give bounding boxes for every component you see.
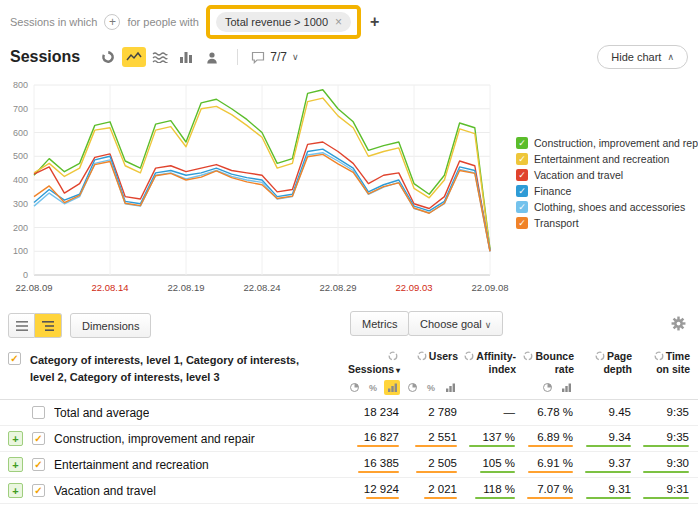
bar-chart-icon[interactable]: [174, 47, 198, 67]
column-header-label[interactable]: Page depth: [580, 350, 632, 376]
legend-label: Entertainment and recreation: [534, 153, 669, 165]
add-user-condition-button[interactable]: +: [370, 13, 379, 31]
percent-mini-icon[interactable]: %: [423, 380, 439, 395]
metric-value-cell: 2 505: [406, 457, 464, 473]
row-checkbox[interactable]: [32, 484, 45, 497]
dimensions-button[interactable]: Dimensions: [70, 313, 151, 338]
metric-value: 105 %: [482, 457, 515, 470]
legend-label: Transport: [534, 217, 579, 229]
column-header-label[interactable]: Sessions▾: [348, 350, 400, 376]
table-row[interactable]: Total and average18 2342 789—6.78 %9.459…: [0, 400, 698, 426]
legend-item[interactable]: Vacation and travel: [516, 169, 698, 181]
chart-header: Sessions 7/7 ∨: [0, 41, 698, 73]
list-view-icon[interactable]: [8, 313, 35, 338]
comment-bubble-icon: [251, 51, 265, 64]
pie-mini-icon[interactable]: [346, 380, 362, 395]
legend-item[interactable]: Finance: [516, 185, 698, 197]
metric-value: —: [504, 406, 516, 419]
hide-chart-button[interactable]: Hide chart ∧: [597, 45, 688, 69]
value-proportion-bar: [366, 497, 399, 499]
row-checkbox[interactable]: [32, 432, 45, 445]
column-header-label[interactable]: Affinity-index: [464, 350, 516, 376]
value-proportion-bar: [424, 497, 457, 499]
svg-text:300: 300: [13, 199, 28, 209]
expand-row-button[interactable]: [8, 483, 23, 498]
svg-text:22.08.09: 22.08.09: [16, 282, 53, 293]
metric-value: 6.78 %: [537, 406, 573, 419]
legend-label: Finance: [534, 185, 571, 197]
value-proportion-bar: [585, 471, 631, 473]
chip-remove-icon[interactable]: ×: [335, 15, 342, 29]
expand-row-button[interactable]: [8, 457, 23, 472]
bar-mini-icon[interactable]: [558, 380, 574, 395]
filter-chip-total-revenue[interactable]: Total revenue > 1000 ×: [216, 12, 351, 32]
settings-gear-icon[interactable]: [671, 316, 686, 335]
series-checkbox-icon[interactable]: [516, 217, 528, 229]
svg-text:22.08.14: 22.08.14: [92, 282, 129, 293]
row-label: Construction, improvement and repair: [54, 432, 255, 446]
add-session-condition-button[interactable]: +: [104, 14, 120, 30]
bar-mini-icon[interactable]: [442, 380, 458, 395]
bar-mini-icon[interactable]: [384, 380, 400, 395]
metric-value: 9:35: [667, 406, 689, 419]
segments-count: 7/7: [270, 50, 287, 64]
metric-value: 6.91 %: [537, 457, 573, 470]
metric-value-cell: 9:35: [638, 406, 696, 419]
metric-value-cell: 9:31: [638, 483, 696, 499]
metric-value: 2 021: [428, 483, 457, 496]
metric-value-cell: 9.31: [580, 483, 638, 499]
column-header-label[interactable]: Bounce rate: [522, 350, 574, 376]
metrics-button[interactable]: Metrics: [350, 311, 409, 336]
table-row[interactable]: Entertainment and recreation16 3852 5051…: [0, 452, 698, 478]
pie-chart-icon[interactable]: [96, 47, 120, 67]
expand-row-button[interactable]: [8, 431, 23, 446]
legend-item[interactable]: Construction, improvement and repair: [516, 137, 698, 149]
column-header: Sessions▾%: [348, 350, 406, 399]
metric-value: 137 %: [482, 431, 515, 444]
svg-text:400: 400: [13, 175, 28, 185]
metric-value: 16 827: [364, 431, 399, 444]
metric-value: 12 924: [364, 483, 399, 496]
segments-dropdown[interactable]: 7/7 ∨: [251, 50, 298, 64]
value-proportion-bar: [475, 497, 515, 499]
legend-item[interactable]: Entertainment and recreation: [516, 153, 698, 165]
metric-value: 6.89 %: [537, 431, 573, 444]
column-header-label[interactable]: Time on site: [638, 350, 690, 376]
filter-chip-label: Total revenue > 1000: [225, 16, 328, 28]
pie-mini-icon[interactable]: [404, 380, 420, 395]
area-chart-icon[interactable]: [148, 47, 172, 67]
choose-goal-label: Choose goal: [420, 318, 482, 330]
audience-person-icon[interactable]: [200, 47, 224, 67]
svg-text:600: 600: [13, 128, 28, 138]
line-chart-icon[interactable]: [122, 47, 146, 67]
value-proportion-bar: [469, 445, 515, 447]
table-row[interactable]: Vacation and travel12 9242 021118 %7.07 …: [0, 478, 698, 504]
metric-display-toggles: [539, 380, 574, 395]
choose-goal-button[interactable]: Choose goal ∨: [408, 311, 503, 336]
dimension-cell: Vacation and travel: [8, 483, 348, 498]
series-checkbox-icon[interactable]: [516, 169, 528, 181]
metric-value: 9.45: [609, 406, 631, 419]
series-checkbox-icon[interactable]: [516, 185, 528, 197]
legend-item[interactable]: Transport: [516, 217, 698, 229]
series-checkbox-icon[interactable]: [516, 201, 528, 213]
value-proportion-bar: [416, 471, 457, 473]
hide-chart-label: Hide chart: [611, 51, 661, 63]
percent-mini-icon[interactable]: %: [365, 380, 381, 395]
column-header: Bounce rate: [522, 350, 580, 399]
pie-mini-icon[interactable]: [539, 380, 555, 395]
select-all-checkbox[interactable]: [8, 352, 21, 365]
tree-view-icon[interactable]: [35, 313, 62, 338]
row-checkbox[interactable]: [32, 458, 45, 471]
table-row[interactable]: Construction, improvement and repair16 8…: [0, 426, 698, 452]
column-header: Page depth: [580, 350, 638, 399]
series-checkbox-icon[interactable]: [516, 137, 528, 149]
svg-text:200: 200: [13, 223, 28, 233]
series-checkbox-icon[interactable]: [516, 153, 528, 165]
metric-value-cell: 9.45: [580, 406, 638, 419]
column-header-label[interactable]: Users: [417, 350, 458, 363]
metric-value: 2 505: [428, 457, 457, 470]
legend-item[interactable]: Clothing, shoes and accessories: [516, 201, 698, 213]
value-proportion-bar: [586, 445, 631, 447]
row-checkbox[interactable]: [32, 406, 45, 419]
